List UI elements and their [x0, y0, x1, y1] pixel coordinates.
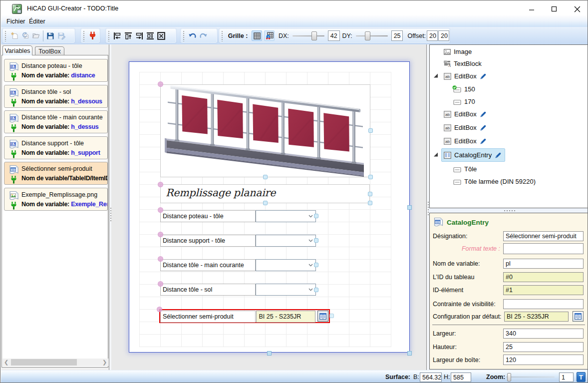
splitter-grip[interactable]	[504, 210, 516, 212]
prop-input-width[interactable]: 340	[503, 329, 584, 339]
resize-handle[interactable]	[263, 201, 268, 205]
resize-handle[interactable]	[314, 238, 318, 243]
dy-input[interactable]: 25	[391, 30, 403, 41]
align-top-button[interactable]	[123, 30, 134, 42]
text-mode-button[interactable]: T	[577, 372, 586, 382]
resize-handle[interactable]	[158, 256, 163, 262]
tree-item-editbox[interactable]: ab EditBox	[430, 121, 580, 134]
menu-editer[interactable]: Éditer	[27, 17, 47, 26]
resize-handle[interactable]	[314, 263, 318, 267]
toolbar-grip[interactable]	[221, 30, 223, 41]
resize-handle[interactable]	[158, 182, 163, 187]
pencil-icon[interactable]	[480, 111, 487, 118]
tree-item-150[interactable]: 150	[430, 83, 580, 95]
tree-item-textblock[interactable]: A TextBlock	[430, 57, 580, 70]
dx-input[interactable]: 42	[328, 30, 340, 41]
image-element[interactable]	[160, 84, 370, 177]
pencil-icon[interactable]	[480, 124, 487, 131]
anchor-plug-button[interactable]	[87, 30, 98, 42]
toolbar-grip[interactable]	[4, 30, 6, 41]
row-combobox[interactable]	[256, 284, 316, 296]
row-combobox[interactable]	[256, 235, 316, 247]
resize-handle[interactable]	[263, 175, 268, 179]
grid-snap-button[interactable]	[264, 30, 275, 41]
prop-input-varname[interactable]: pl	[503, 259, 584, 269]
prop-input-boxwidth[interactable]: 120	[503, 355, 584, 365]
resize-handle[interactable]	[368, 175, 373, 179]
prop-input-elementid[interactable]: #1	[503, 285, 584, 295]
pencil-icon[interactable]	[480, 138, 487, 145]
open-folder-button[interactable]	[30, 30, 41, 42]
prop-input-tableid[interactable]: #0	[503, 272, 584, 282]
resize-handle[interactable]	[368, 128, 373, 133]
offset-y-input[interactable]: 20	[438, 30, 449, 41]
toolbar-grip[interactable]	[108, 30, 110, 41]
tree-item-editbox[interactable]: ab EditBox	[430, 70, 580, 82]
expander-icon[interactable]	[434, 152, 438, 157]
pencil-icon[interactable]	[495, 152, 502, 159]
minimize-button[interactable]	[523, 2, 540, 16]
align-height-button[interactable]	[145, 30, 156, 42]
pencil-icon[interactable]	[480, 73, 487, 80]
tree-item-170[interactable]: 170	[430, 95, 580, 108]
scroll-left-arrow[interactable]: ❮	[2, 359, 10, 366]
tree-item-tole-larmee[interactable]: Tôle larmée (DIN 59220)	[430, 175, 580, 188]
toolbar-grip[interactable]	[83, 30, 85, 41]
zoom-slider[interactable]	[506, 371, 555, 383]
prop-input-designation[interactable]: Sélectionner semi-produit	[503, 231, 584, 241]
tree-item-tole[interactable]: Tôle	[430, 163, 580, 175]
resize-handle[interactable]	[158, 281, 163, 287]
expander-icon[interactable]	[434, 73, 438, 78]
variable-item[interactable]: 0.5 Distance poteau - tôle Nom de variab…	[4, 59, 108, 82]
variable-item[interactable]: 0.5 Distance support - tôle Nom de varia…	[4, 136, 108, 159]
variable-item-selected[interactable]: Sélectionner semi-produit Nom de variabl…	[4, 162, 108, 185]
maximize-button[interactable]	[546, 2, 563, 16]
align-right-button[interactable]	[134, 30, 145, 42]
dy-slider[interactable]	[356, 30, 388, 42]
resize-handle[interactable]	[329, 314, 334, 318]
offset-x-input[interactable]: 20	[427, 30, 438, 41]
dx-slider-thumb[interactable]	[311, 31, 317, 40]
catalog-browse-button[interactable]	[317, 311, 328, 322]
toolbar-grip[interactable]	[183, 30, 185, 41]
fit-frame-button[interactable]	[156, 30, 167, 42]
scrollbar-thumb[interactable]	[11, 359, 77, 366]
variable-item[interactable]: 0.5 Distance tôle - main courante Nom de…	[4, 110, 108, 133]
surface-width-input[interactable]: 564.32	[420, 373, 442, 382]
variable-item[interactable]: 0.5 Distance tôle - sol Nom de variable:…	[4, 85, 108, 108]
close-button[interactable]	[569, 2, 586, 16]
align-left-button[interactable]	[112, 30, 123, 42]
resize-handle[interactable]	[314, 214, 318, 218]
undo-button[interactable]	[187, 30, 198, 42]
resize-handle[interactable]	[158, 207, 163, 213]
prop-input-defaultconfig[interactable]: BI 25 - S235JR	[504, 312, 569, 322]
page-resize-handle[interactable]	[407, 351, 412, 356]
resize-handle[interactable]	[368, 192, 372, 196]
horizontal-splitter[interactable]	[429, 208, 588, 213]
tab-toolbox[interactable]: ToolBox	[35, 46, 64, 55]
page-resize-handle[interactable]	[407, 205, 412, 210]
prop-input-format[interactable]	[503, 243, 584, 254]
designer-page[interactable]: Remplissage planaire Distance poteau - t…	[129, 61, 410, 353]
dy-slider-thumb[interactable]	[365, 31, 370, 40]
resize-handle[interactable]	[158, 81, 163, 87]
row-combobox[interactable]	[256, 259, 316, 271]
grid-toggle-button[interactable]	[252, 30, 262, 41]
tree-item-image[interactable]: Image	[430, 45, 580, 58]
zoom-input[interactable]: 1	[559, 373, 574, 382]
designer-canvas[interactable]: Remplissage planaire Distance poteau - t…	[111, 44, 426, 370]
horizontal-scrollbar[interactable]: ❮ ❯	[2, 359, 108, 366]
menu-fichier[interactable]: Fichier	[5, 17, 27, 26]
reload-file-button[interactable]	[19, 30, 30, 42]
scroll-right-arrow[interactable]: ❯	[101, 359, 108, 366]
resize-handle[interactable]	[368, 201, 372, 205]
row-combobox[interactable]	[256, 210, 316, 222]
defaultconfig-browse-button[interactable]	[573, 311, 584, 322]
resize-handle[interactable]	[314, 288, 318, 292]
tab-variables[interactable]: Variables	[2, 45, 32, 55]
resize-handle[interactable]	[157, 307, 162, 312]
prop-input-visibility[interactable]	[503, 299, 584, 309]
save-button[interactable]	[45, 30, 56, 42]
tree-item-catalogentry[interactable]: CatalogEntry	[430, 149, 580, 161]
tree-item-editbox[interactable]: ab EditBox	[430, 108, 580, 120]
